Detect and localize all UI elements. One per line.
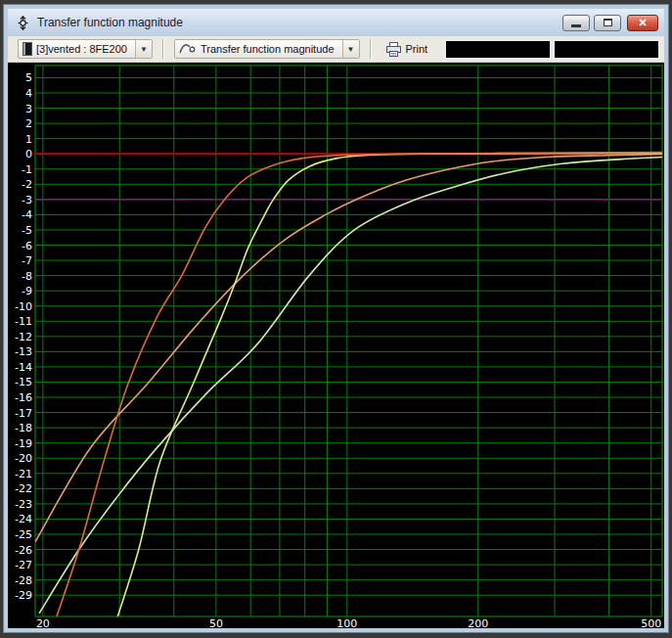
chart-area[interactable]: 543210-1-2-3-4-5-6-7-8-9-10-11-12-13-14-… bbox=[8, 63, 664, 628]
y-axis-tick-label: -22 bbox=[15, 482, 32, 495]
y-axis-tick-label: -27 bbox=[15, 559, 32, 571]
printer-icon bbox=[385, 42, 402, 57]
close-icon: ✕ bbox=[638, 18, 647, 28]
y-axis-tick-label: -8 bbox=[22, 270, 32, 283]
print-button[interactable]: Print bbox=[380, 39, 434, 59]
project-selector-value: [3]vented : 8FE200 bbox=[32, 43, 135, 55]
y-axis-tick-label: -3 bbox=[22, 194, 32, 206]
y-axis-tick-label: -12 bbox=[15, 331, 32, 343]
maximize-icon bbox=[604, 19, 612, 26]
y-axis-tick-label: -21 bbox=[15, 468, 32, 480]
x-axis-tick-label: 500 bbox=[641, 617, 661, 628]
titlebar[interactable]: Transfer function magnitude ✕ bbox=[8, 9, 664, 36]
toolbar: [3]vented : 8FE200 ▼ Transfer function m… bbox=[8, 36, 664, 63]
y-axis-tick-label: -16 bbox=[15, 391, 32, 404]
x-axis-tick-label: 50 bbox=[209, 617, 223, 628]
x-axis-tick-label: 100 bbox=[336, 617, 357, 628]
y-axis-tick-label: 0 bbox=[25, 148, 32, 160]
y-axis-tick-label: -2 bbox=[22, 178, 32, 191]
print-button-label: Print bbox=[406, 43, 428, 55]
cursor-readout-x bbox=[444, 39, 552, 60]
curve-icon bbox=[179, 42, 197, 56]
y-axis-tick-label: 2 bbox=[25, 117, 32, 130]
y-axis-tick-label: -20 bbox=[15, 452, 32, 465]
close-button[interactable]: ✕ bbox=[627, 15, 658, 31]
maximize-button[interactable] bbox=[594, 15, 621, 31]
y-axis-tick-label: -29 bbox=[15, 589, 32, 602]
y-axis-tick-label: -11 bbox=[15, 315, 32, 328]
y-axis-tick-label: -17 bbox=[15, 407, 32, 420]
plot-type-selector[interactable]: Transfer function magnitude ▼ bbox=[174, 39, 360, 59]
minimize-button[interactable] bbox=[562, 15, 590, 31]
driver-icon bbox=[22, 42, 32, 56]
x-axis-tick-label: 20 bbox=[36, 617, 50, 628]
y-axis-tick-label: -1 bbox=[22, 163, 32, 176]
y-axis-tick-label: 1 bbox=[25, 133, 32, 146]
screen: { "window": { "title": "Transfer functio… bbox=[0, 0, 672, 638]
window-title: Transfer function magnitude bbox=[37, 16, 559, 29]
y-axis-tick-label: -7 bbox=[22, 254, 32, 267]
toolbar-separator bbox=[370, 39, 372, 59]
cursor-readout-y bbox=[553, 39, 660, 60]
y-axis-tick-label: 4 bbox=[25, 87, 32, 100]
project-selector[interactable]: [3]vented : 8FE200 ▼ bbox=[18, 39, 153, 59]
x-axis-tick-label: 200 bbox=[468, 617, 488, 628]
y-axis-tick-label: -25 bbox=[15, 528, 32, 541]
plot-type-selector-value: Transfer function magnitude bbox=[197, 43, 342, 55]
y-axis-tick-label: -19 bbox=[15, 437, 32, 450]
y-axis-tick-label: -9 bbox=[22, 285, 32, 297]
y-axis-tick-label: -26 bbox=[15, 544, 32, 557]
y-axis-tick-label: -18 bbox=[15, 422, 32, 434]
y-axis-tick-label: -28 bbox=[15, 574, 32, 587]
y-axis-tick-label: -10 bbox=[15, 300, 32, 313]
cursor-readouts bbox=[443, 39, 660, 60]
y-axis-tick-label: -5 bbox=[22, 224, 32, 237]
minimize-icon bbox=[571, 24, 581, 27]
y-axis-tick-label: -6 bbox=[22, 240, 32, 252]
y-axis-tick-label: -23 bbox=[15, 498, 32, 511]
y-axis-tick-label: -24 bbox=[15, 513, 32, 525]
toolbar-separator bbox=[162, 39, 164, 59]
transfer-function-chart[interactable]: 543210-1-2-3-4-5-6-7-8-9-10-11-12-13-14-… bbox=[8, 63, 664, 628]
transfer-plot-icon bbox=[16, 16, 30, 30]
plot-type-dropdown-arrow-icon[interactable]: ▼ bbox=[342, 40, 359, 58]
chart-background bbox=[8, 63, 664, 628]
app-window: Transfer function magnitude ✕ [3]vented … bbox=[4, 5, 668, 632]
y-axis-tick-label: 5 bbox=[25, 71, 32, 84]
y-axis-tick-label: -14 bbox=[15, 361, 32, 374]
project-selector-dropdown-arrow-icon[interactable]: ▼ bbox=[135, 40, 152, 58]
y-axis-tick-label: -13 bbox=[15, 345, 32, 358]
y-axis-tick-label: -15 bbox=[15, 376, 32, 388]
y-axis-tick-label: -4 bbox=[22, 208, 32, 221]
y-axis-tick-label: 3 bbox=[25, 103, 32, 115]
